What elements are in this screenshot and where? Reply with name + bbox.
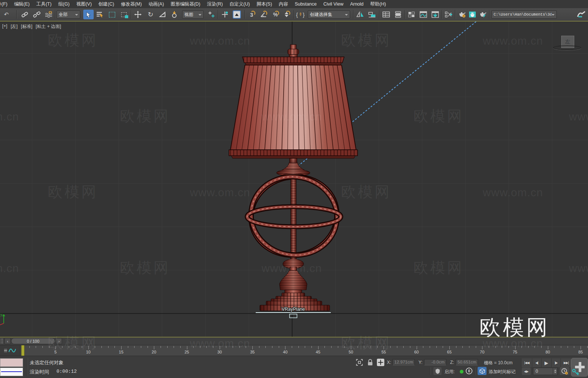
previous-frame-arrow[interactable]: ‹ — [4, 338, 11, 344]
select-object-button[interactable] — [83, 10, 94, 19]
z-coordinate-field[interactable]: 50.651cm — [456, 359, 478, 365]
ruler-tick — [508, 346, 509, 348]
select-and-place-button[interactable] — [169, 10, 179, 19]
select-and-rotate-button[interactable]: ↻ — [146, 10, 155, 19]
menu-item-9[interactable]: 图形编辑器(D) — [167, 1, 204, 7]
current-frame-field[interactable]: 0 — [533, 368, 558, 375]
select-by-name-button[interactable] — [95, 10, 105, 19]
x-coordinate-field[interactable]: 12.971cm — [392, 359, 415, 365]
time-configuration-button[interactable] — [560, 367, 569, 375]
rectangular-selection-region-button[interactable] — [107, 10, 117, 19]
select-and-move-button[interactable] — [133, 10, 143, 19]
menu-item-7[interactable]: 修改器(M) — [117, 1, 145, 7]
menu-item-6[interactable]: 创建(C) — [95, 1, 117, 7]
menu-item-10[interactable]: 渲染(R) — [204, 1, 226, 7]
percent-snap-toggle[interactable]: % — [271, 10, 280, 19]
ruler-tick — [95, 346, 95, 348]
next-frame-arrow[interactable]: › — [56, 338, 62, 344]
menu-item-11[interactable]: 自定义(U) — [226, 1, 253, 7]
viewport-shading-menu[interactable]: [粘土 + 边面] — [36, 23, 61, 30]
reference-coordinate-dropdown[interactable]: 视图 — [182, 10, 204, 19]
selection-lock-toggle[interactable] — [367, 359, 373, 367]
select-and-scale-button[interactable] — [158, 10, 167, 19]
go-to-start-button[interactable]: |◀◀ — [521, 358, 532, 367]
mini-curve-editor-button[interactable] — [0, 345, 20, 356]
undo-button[interactable]: ↶ — [1, 10, 11, 19]
select-and-manipulate-button[interactable] — [220, 10, 230, 19]
angle-snap-toggle[interactable] — [259, 10, 268, 19]
key-mode-toggle[interactable]: ◀▶ — [522, 368, 531, 375]
viewport-pov-menu[interactable]: [左] — [11, 23, 18, 30]
isolate-selection-toggle[interactable] — [356, 359, 363, 367]
render-production-button[interactable] — [478, 10, 488, 19]
viewcube-compass-ring[interactable] — [553, 45, 581, 50]
viewport-standard-menu[interactable]: [标准] — [21, 23, 32, 30]
edit-named-selection-sets-button[interactable]: {✎} — [296, 10, 306, 19]
maxscript-listener-pane[interactable] — [0, 368, 23, 376]
viewport-canvas[interactable]: VRayPlane — [0, 22, 588, 337]
play-button[interactable]: ▶ — [541, 358, 551, 367]
current-frame-marker[interactable] — [21, 345, 25, 356]
adaptive-degradation-toggle[interactable] — [433, 367, 442, 375]
vrayplane-gizmo-marker[interactable] — [290, 314, 297, 318]
time-slider[interactable]: 0 / 100 — [11, 338, 55, 344]
unlink-icon[interactable] — [32, 10, 42, 19]
menu-item-3[interactable]: 工具(T) — [33, 1, 55, 7]
menu-item-2[interactable]: 编辑(E) — [11, 1, 33, 7]
snaps-toggle-3d[interactable]: 3 — [247, 10, 256, 19]
align-button[interactable] — [367, 10, 377, 19]
frame-spinner[interactable] — [553, 368, 556, 375]
menu-item-17[interactable]: 帮助(H) — [367, 1, 389, 7]
ruler-tick — [482, 346, 482, 349]
toggle-scene-explorer-button[interactable] — [381, 10, 391, 19]
toggle-layer-explorer-button[interactable] — [393, 10, 403, 19]
menu-item-5[interactable]: 视图(V) — [73, 1, 95, 7]
menu-item-1[interactable]: 文件(F) — [0, 1, 11, 7]
spinner-snap-toggle[interactable] — [282, 10, 291, 19]
rendered-frame-window-button[interactable] — [468, 10, 477, 19]
menu-item-16[interactable]: Arnold — [347, 1, 367, 7]
menu-item-14[interactable]: Substance — [291, 1, 320, 7]
schematic-view-button[interactable] — [430, 10, 440, 19]
render-time-value: 0:00:12 — [56, 369, 77, 374]
menu-item-15[interactable]: Civil View — [320, 1, 347, 7]
add-key-button[interactable] — [571, 358, 588, 377]
menu-item-12[interactable]: 脚本(S) — [253, 1, 275, 7]
clipped-toolbar-icon[interactable] — [577, 10, 587, 19]
curve-editor-button[interactable] — [419, 10, 428, 19]
time-tag-cube-button[interactable] — [478, 367, 487, 375]
next-frame-button[interactable]: |▶ — [551, 358, 560, 367]
selection-filter-dropdown[interactable]: 全部 — [56, 10, 80, 19]
absolute-mode-transform-toggle[interactable] — [377, 359, 384, 366]
previous-frame-button[interactable]: ◀| — [532, 358, 541, 367]
time-slider-drag-handle[interactable] — [0, 338, 4, 344]
viewport-general-menu[interactable]: [+] — [2, 23, 7, 30]
viewcube[interactable]: 左 — [553, 33, 584, 56]
mirror-button[interactable] — [355, 10, 365, 19]
menu-item-4[interactable]: 组(G) — [55, 1, 73, 7]
select-link-icon[interactable] — [20, 10, 30, 19]
track-bar[interactable]: 0510152025303540455055606570758085 — [0, 345, 588, 356]
add-time-tag-label[interactable]: 添加时间标记 — [489, 369, 516, 375]
go-to-end-button[interactable]: ▶▶| — [560, 358, 571, 367]
render-time-label: 渲染时间 — [30, 369, 49, 375]
render-setup-button[interactable] — [457, 10, 467, 19]
keyboard-shortcut-override-toggle[interactable] — [231, 10, 242, 19]
y-coordinate-field[interactable]: -0.0cm — [424, 359, 446, 365]
toggle-ribbon-button[interactable] — [407, 10, 416, 19]
zero-counter-badge[interactable]: 0 — [466, 368, 472, 374]
window-crossing-toggle[interactable] — [119, 10, 129, 19]
material-editor-button[interactable] — [444, 10, 453, 19]
menu-item-13[interactable]: 内容 — [275, 1, 291, 7]
bind-to-spacewarp-icon[interactable] — [44, 10, 54, 19]
project-folder-path: C:\Users\Han\Documents\3ds Max 2022 — [494, 12, 552, 17]
chevron-down-icon — [552, 14, 555, 17]
named-selection-set-dropdown[interactable]: 创建选择集 — [308, 10, 350, 19]
viewport-left[interactable]: VRayPlane [+] [左] [标准] [粘土 + 边面] 欧模网www.… — [0, 22, 588, 337]
table-lamp-model[interactable] — [229, 45, 358, 311]
menu-item-8[interactable]: 动画(A) — [145, 1, 167, 7]
project-folder-dropdown[interactable]: C:\Users\Han\Documents\3ds Max 2022 — [491, 10, 557, 19]
ruler-tick — [121, 346, 122, 349]
macro-recorder-pane[interactable] — [0, 358, 23, 367]
use-center-flyout[interactable] — [207, 10, 216, 19]
